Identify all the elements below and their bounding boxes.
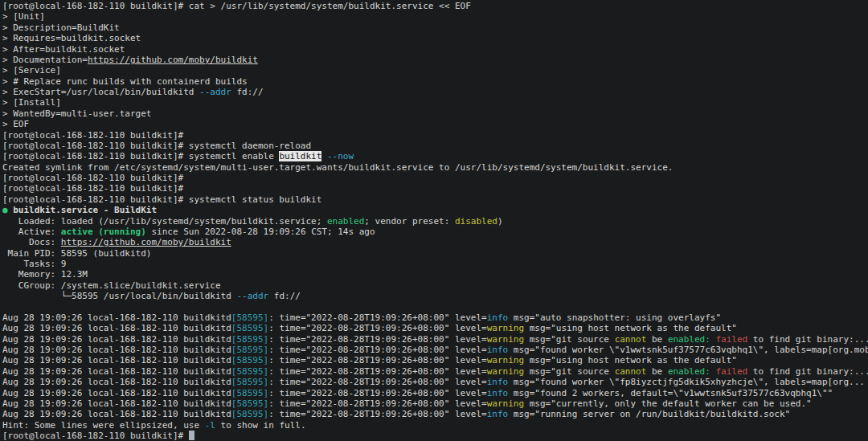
terminal-line: Aug 28 19:09:26 local-168-182-110 buildk…: [2, 388, 868, 398]
terminal-text: info: [487, 312, 509, 323]
terminal-text: Memory: 12.3M: [2, 269, 88, 280]
terminal-screen[interactable]: [root@local-168-182-110 buildkit]# cat >…: [0, 0, 868, 441]
terminal-text: CGroup: /system.slice/buildkit.service: [2, 280, 221, 291]
terminal-text: Loaded: loaded (/usr/lib/systemd/system/…: [2, 216, 327, 227]
terminal-text: cannot: [615, 334, 647, 345]
terminal-text: warning: [487, 334, 524, 345]
terminal-text: [58595]: [231, 323, 268, 333]
terminal-line: Aug 28 19:09:26 local-168-182-110 buildk…: [2, 312, 868, 323]
terminal-text: msg="found worker \"fp8iyzctjfg5dkik5xhy…: [508, 377, 865, 387]
terminal-text: [58595]: [231, 388, 268, 398]
terminal-text: : time="2022-08-28T19:09:26+08:00" level…: [268, 334, 487, 345]
terminal-text: buildkit.service - BuildKit: [13, 205, 157, 215]
terminal-link[interactable]: https://github.com/moby/buildkit: [61, 237, 231, 247]
terminal-text: [58595]: [231, 366, 268, 377]
terminal-line: [root@local-168-182-110 buildkit]# syste…: [2, 151, 868, 161]
terminal-text: [root@local-168-182-110 buildkit]#: [2, 183, 183, 194]
terminal-text: : time="2022-08-28T19:09:26+08:00" level…: [268, 366, 487, 377]
terminal-text: Aug 28 19:09:26 local-168-182-110 buildk…: [2, 388, 231, 398]
terminal-text: enabled: [327, 216, 364, 227]
terminal-text: warning: [487, 355, 524, 365]
terminal-text: -l: [205, 420, 215, 431]
terminal-line: Aug 28 19:09:26 local-168-182-110 buildk…: [2, 355, 868, 365]
terminal-text: [58595]: [231, 355, 268, 365]
terminal-line: > # Replace runc builds with containerd …: [2, 76, 868, 87]
terminal-line: Active: active (running) since Sun 2022-…: [2, 227, 868, 237]
terminal-text: msg="git source: [524, 366, 615, 377]
terminal-text: [58595]: [231, 345, 268, 355]
terminal-line: Tasks: 9: [2, 259, 868, 269]
terminal-text: --now: [327, 151, 354, 161]
terminal-line: Created symlink from /etc/systemd/system…: [2, 162, 868, 173]
terminal-line: > [Install]: [2, 97, 868, 108]
terminal-text: warning: [487, 323, 524, 333]
terminal-line: > WantedBy=multi-user.target: [2, 108, 868, 119]
terminal-text: > [Unit]: [2, 11, 45, 22]
terminal-text: : time="2022-08-28T19:09:26+08:00" level…: [268, 345, 487, 355]
terminal-text: cannot: [615, 366, 647, 377]
terminal-line: [root@local-168-182-110 buildkit]#: [2, 183, 868, 194]
terminal-line: Memory: 12.3M: [2, 269, 868, 280]
terminal-line: > Documentation=https://github.com/moby/…: [2, 55, 868, 65]
terminal-text: msg="using host network as the default": [524, 355, 737, 365]
terminal-text: [root@local-168-182-110 buildkit]# cat >…: [2, 1, 471, 11]
terminal-text: [root@local-168-182-110 buildkit]# syste…: [2, 141, 311, 151]
terminal-text: Aug 28 19:09:26 local-168-182-110 buildk…: [2, 345, 231, 355]
terminal-text: to show in full.: [215, 420, 306, 431]
terminal-text: : time="2022-08-28T19:09:26+08:00" level…: [268, 388, 487, 398]
terminal-text: msg="currently, only the default worker …: [524, 398, 812, 409]
terminal-text: enabled:: [668, 366, 710, 377]
terminal-text: fd://: [231, 87, 264, 97]
terminal-text: Created symlink from /etc/systemd/system…: [2, 162, 673, 173]
terminal-text: Aug 28 19:09:26 local-168-182-110 buildk…: [2, 355, 231, 365]
terminal-text: --addr: [236, 291, 268, 301]
terminal-text: Hint: Some lines were ellipsized, use: [2, 420, 205, 431]
terminal-text: info: [487, 377, 509, 387]
terminal-text: > [Install]: [2, 97, 61, 108]
terminal-text: ): [497, 216, 503, 227]
terminal-text: : time="2022-08-28T19:09:26+08:00" level…: [268, 398, 487, 409]
terminal-line: Aug 28 19:09:26 local-168-182-110 buildk…: [2, 366, 868, 377]
terminal-line: Aug 28 19:09:26 local-168-182-110 buildk…: [2, 409, 868, 419]
terminal-text: └─58595 /usr/local/bin/buildkitd: [2, 291, 236, 301]
terminal-text: failed: [715, 334, 747, 345]
terminal-text: info: [487, 388, 509, 398]
terminal-line: Loaded: loaded (/usr/lib/systemd/system/…: [2, 216, 868, 227]
terminal-text: msg="git source: [524, 334, 615, 345]
terminal-text: --addr: [199, 87, 231, 97]
terminal-text: Docs:: [2, 237, 61, 247]
terminal-line: Aug 28 19:09:26 local-168-182-110 buildk…: [2, 323, 868, 333]
terminal-text: > ExecStart=/usr/local/bin/buildkitd: [2, 87, 199, 97]
terminal-text: > After=buildkit.socket: [2, 44, 125, 55]
terminal-text: disabled: [455, 216, 497, 227]
terminal-text: : time="2022-08-28T19:09:26+08:00" level…: [268, 355, 487, 365]
terminal-text: msg="auto snapshotter: using overlayfs": [508, 312, 721, 323]
terminal-text: [root@local-168-182-110 buildkit]#: [2, 173, 183, 183]
terminal-text: Tasks: 9: [2, 259, 66, 269]
terminal-text: [58595]: [231, 334, 268, 345]
terminal-line: Aug 28 19:09:26 local-168-182-110 buildk…: [2, 345, 868, 355]
terminal-line: > [Unit]: [2, 11, 868, 22]
terminal-text: fd://: [268, 291, 301, 301]
terminal-text: be: [646, 366, 668, 377]
highlighted-token: buildkit: [279, 151, 321, 161]
terminal-line: > After=buildkit.socket: [2, 44, 868, 55]
terminal-line: Docs: https://github.com/moby/buildkit: [2, 237, 868, 247]
terminal-text: be: [646, 334, 668, 345]
terminal-text: since Sun 2022-08-28 19:09:26 CST; 14s a…: [146, 227, 375, 237]
terminal-link[interactable]: https://github.com/moby/buildkit: [88, 55, 258, 65]
terminal-text: [321, 151, 327, 161]
terminal-line: Aug 28 19:09:26 local-168-182-110 buildk…: [2, 377, 868, 387]
terminal-line: > ExecStart=/usr/local/bin/buildkitd --a…: [2, 87, 868, 97]
terminal-line: Aug 28 19:09:26 local-168-182-110 buildk…: [2, 398, 868, 409]
terminal-text: [root@local-168-182-110 buildkit]#: [2, 130, 183, 141]
terminal-text: [58595]: [231, 377, 268, 387]
terminal-text: > Requires=buildkit.socket: [2, 33, 141, 43]
terminal-line: [root@local-168-182-110 buildkit]# syste…: [2, 141, 868, 151]
terminal-text: msg="running server on /run/buildkit/bui…: [508, 409, 790, 419]
terminal-text: Aug 28 19:09:26 local-168-182-110 buildk…: [2, 398, 231, 409]
terminal-text: > Documentation=: [2, 55, 88, 65]
terminal-line: Aug 28 19:09:26 local-168-182-110 buildk…: [2, 334, 868, 345]
terminal-line: > Requires=buildkit.socket: [2, 33, 868, 43]
terminal-text: ; vendor preset:: [364, 216, 455, 227]
